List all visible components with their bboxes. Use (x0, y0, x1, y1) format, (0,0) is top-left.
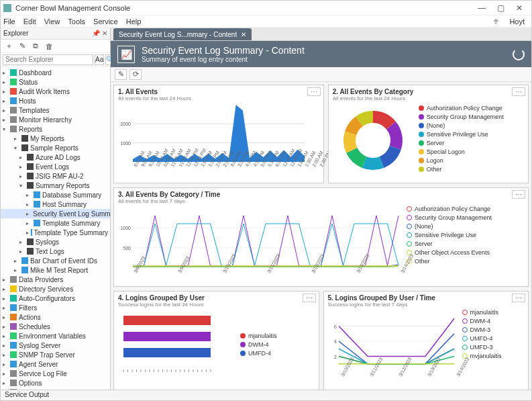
tree-node[interactable]: ▸Azure AD Logs (1, 152, 110, 162)
panel5-sub: Success logins for the last 7 days (328, 302, 525, 308)
legend-item: DWM-4 (462, 316, 502, 325)
wifi-icon: ᯤ (493, 17, 501, 26)
tree-node[interactable]: ▸My Reports (1, 134, 110, 143)
legend-item: UMFD-3 (462, 343, 502, 351)
legend-logins-bar: mjanulaitisDWM-4UMFD-4 (240, 332, 277, 358)
panel-logins-by-user: ⋯ 4. Logins Grouped By User Success logi… (113, 291, 319, 390)
tree-node[interactable]: ▸Template Type Summary (1, 228, 110, 237)
svg-text:500: 500 (123, 246, 131, 251)
minimize-button[interactable]: — (472, 3, 491, 13)
tree-node[interactable]: ▸Filters (1, 303, 110, 312)
close-button[interactable]: ✕ (510, 3, 529, 13)
panel-logins-by-user-time: ⋯ 5. Logins Grouped By User / Time Succe… (323, 291, 529, 390)
delete-button[interactable]: 🗑 (43, 41, 55, 52)
tree-node[interactable]: ▸Dashboard (1, 68, 110, 77)
explorer-search: Aa 🔍 (1, 53, 110, 66)
tree-node[interactable]: ▸JSIG RMF AU-2 (1, 171, 110, 181)
tree-node[interactable]: ▸Schedules (1, 322, 110, 331)
app-icon (3, 4, 11, 12)
tree-node[interactable]: ▸Bar Chart of Event IDs (1, 256, 110, 265)
tree-node[interactable]: ▸Event Logs (1, 162, 110, 171)
panel4-menu[interactable]: ⋯ (303, 294, 316, 302)
legend-item: DWM-3 (462, 325, 502, 334)
tree-node[interactable]: ▸Hosts (1, 96, 110, 105)
menu-view[interactable]: View (44, 17, 60, 26)
panel1-menu[interactable]: ⋯ (307, 87, 321, 96)
statusbar: Service Output (1, 390, 531, 400)
tree-node[interactable]: ▾Reports (1, 124, 110, 134)
search-input[interactable] (3, 54, 93, 65)
menu-help[interactable]: Help (126, 17, 142, 26)
legend-item: UMFD-4 (240, 349, 277, 358)
tree-node[interactable]: ▾Summary Reports (1, 181, 110, 190)
tree-node[interactable]: ▸Auto-Configurators (1, 294, 110, 303)
panel2-menu[interactable]: ⋯ (512, 87, 525, 96)
legend-item: DWM-4 (240, 341, 277, 349)
svg-rect-9 (123, 316, 211, 325)
explorer-toolbar: ＋ ✎ ⧉ 🗑 (1, 40, 110, 53)
edit-button[interactable]: ✎ (16, 41, 28, 52)
tree-node[interactable]: ▸Environment Variables (1, 331, 110, 341)
menu-edit[interactable]: Edit (23, 17, 36, 26)
statusbar-text: Service Output (5, 391, 49, 398)
edit-content-button[interactable]: ✎ (115, 69, 127, 80)
legend-item: Logon (419, 156, 504, 165)
panel1-title: 1. All Events (118, 88, 319, 95)
explorer-title: Explorer (3, 30, 28, 37)
add-button[interactable]: ＋ (3, 41, 15, 52)
maximize-button[interactable]: ▢ (491, 3, 510, 13)
tree-node[interactable]: ▾Sample Reports (1, 143, 110, 152)
svg-rect-11 (123, 348, 211, 357)
legend-item: Other (419, 165, 504, 173)
svg-rect-10 (123, 332, 211, 341)
window-title: Corner Bowl Management Console (15, 4, 472, 12)
panel-events-by-category-time: ⋯ 3. All Events By Category / Time All e… (113, 187, 529, 287)
tree-node[interactable]: ▸Template Summary (1, 218, 110, 228)
legend-item: mjanulaitis (240, 332, 277, 341)
tree-node[interactable]: ▸Templates (1, 105, 110, 115)
svg-text:2: 2 (334, 355, 337, 359)
explorer-tree[interactable]: ▸Dashboard▸Status▸Audit Work Items▸Hosts… (1, 66, 110, 390)
legend-item: Other Object Access Events (407, 248, 492, 257)
chart-logins-bar (118, 308, 232, 382)
tree-node[interactable]: ▸Syslogs (1, 237, 110, 247)
panel-all-events: ⋯ 1. All Events All events for the last … (113, 85, 324, 183)
pin-icon[interactable]: 📌 ✕ (92, 30, 107, 37)
tree-node[interactable]: ▸Agent Server (1, 359, 110, 369)
legend-logins-line: mjanulaitisDWM-4DWM-3UMFD-4UMFD-3mvjanul… (462, 308, 502, 375)
legend-item: Authorization Policy Change (419, 103, 504, 112)
tree-node[interactable]: ▸Mike M Test Report (1, 265, 110, 275)
panel3-menu[interactable]: ⋯ (512, 190, 525, 199)
refresh-button[interactable]: ⟳ (129, 69, 142, 80)
copy-button[interactable]: ⧉ (30, 41, 42, 52)
tree-node[interactable]: ▸Service Log File (1, 369, 110, 378)
tree-node[interactable]: ▸Monitor Hierarchy (1, 115, 110, 124)
tree-node[interactable]: ▸Database Summary (1, 190, 110, 199)
tree-node[interactable]: ▸Status (1, 77, 110, 87)
svg-text:2000: 2000 (120, 122, 131, 126)
tree-node[interactable]: ▸Syslog Server (1, 341, 110, 350)
tab-security-event-log-summary[interactable]: Security Event Log S...mmary - Content ✕ (113, 28, 252, 40)
tree-node[interactable]: ▸Actions (1, 312, 110, 322)
tab-close-icon[interactable]: ✕ (241, 31, 246, 38)
tree-node[interactable]: ▸Text Logs (1, 247, 110, 256)
tree-node[interactable]: ▸Options (1, 378, 110, 388)
panel1-sub: All events for the last 24 Hours (118, 95, 319, 101)
tree-node[interactable]: ▸Data Providers (1, 275, 110, 284)
menu-service[interactable]: Service (93, 17, 118, 26)
panel5-menu[interactable]: ⋯ (512, 294, 525, 302)
explorer-panel: Explorer 📌 ✕ ＋ ✎ ⧉ 🗑 Aa 🔍 ▸Dashboard▸Sta… (1, 28, 111, 390)
tree-node[interactable]: ▸Directory Services (1, 284, 110, 294)
tree-node[interactable]: ▸Host Summary (1, 199, 110, 209)
tree-node[interactable]: ▸Security Event Log Summary (1, 209, 110, 218)
menu-tools[interactable]: Tools (68, 17, 85, 26)
tab-label: Security Event Log S...mmary - Content (119, 31, 237, 38)
tree-node[interactable]: ▸SNMP Trap Server (1, 350, 110, 359)
titlebar: Corner Bowl Management Console — ▢ ✕ (1, 1, 531, 15)
tree-node[interactable]: ▸Audit Work Items (1, 87, 110, 96)
menu-file[interactable]: File (3, 17, 15, 26)
user-indicator[interactable]: ᯤ Hoyt (493, 17, 525, 26)
panel2-sub: All events for the last 24 Hours (333, 95, 524, 101)
svg-text:1000: 1000 (120, 226, 131, 230)
match-case-button[interactable]: Aa (95, 54, 104, 65)
